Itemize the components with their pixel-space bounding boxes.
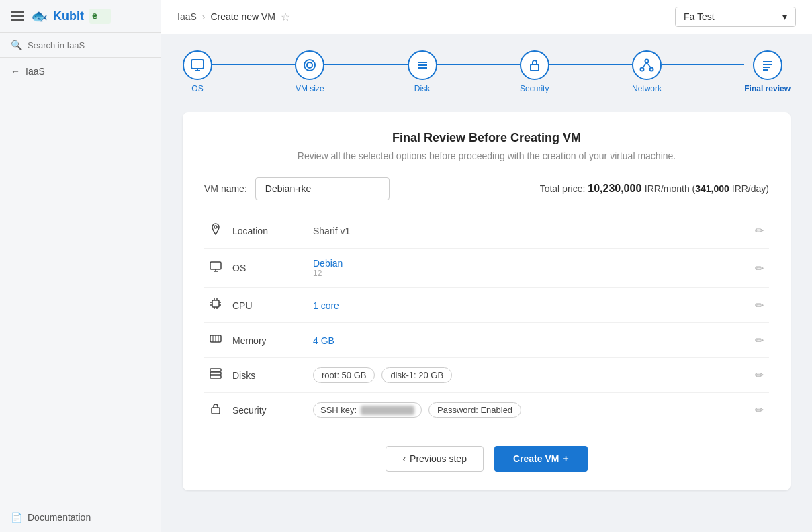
- price-section: Total price: 10,230,000 IRR/month (341,0…: [540, 183, 769, 195]
- security-row-icon: [204, 393, 227, 428]
- price-daily: 341,000: [695, 183, 729, 194]
- content-area: OS VM size Disk: [161, 34, 812, 532]
- svg-rect-39: [210, 375, 221, 378]
- step-os-circle: [183, 50, 212, 80]
- step-vmsize-circle: [295, 50, 324, 80]
- vm-top-row: VM name: Total price: 10,230,000 IRR/mon…: [204, 177, 769, 200]
- prev-step-label: Previous step: [410, 453, 467, 464]
- svg-rect-38: [210, 372, 221, 375]
- sidebar-spacer: [0, 85, 161, 502]
- cpu-label: CPU: [227, 288, 308, 323]
- logo-area: 🐟 Kubit ₴: [31, 8, 111, 24]
- step-security[interactable]: Security: [520, 50, 549, 93]
- table-row: OS Debian 12 ✏: [204, 249, 769, 288]
- table-row: CPU 1 core ✏: [204, 288, 769, 323]
- step-network-circle: [632, 50, 662, 80]
- step-vmsize-label: VM size: [296, 84, 324, 93]
- iaas-back-label: IaaS: [26, 66, 45, 77]
- review-table: Location Sharif v1 ✏ OS Debian 12: [204, 214, 769, 427]
- os-primary: Debian: [313, 258, 343, 269]
- location-value: Sharif v1: [308, 214, 732, 249]
- svg-line-15: [647, 63, 651, 68]
- os-label: OS: [227, 249, 308, 288]
- memory-icon: [204, 323, 227, 358]
- stepper: OS VM size Disk: [183, 50, 791, 93]
- step-disk[interactable]: Disk: [408, 50, 437, 93]
- sidebar: 🐟 Kubit ₴ 🔍 ← IaaS 📄 Documentation: [0, 0, 161, 532]
- cpu-value: 1 core: [308, 288, 732, 323]
- connector-2: [324, 64, 407, 65]
- disks-value: root: 50 GB disk-1: 20 GB: [308, 358, 732, 393]
- price-daily-unit: IRR/day: [732, 183, 766, 194]
- disks-label: Disks: [227, 358, 308, 393]
- breadcrumb-separator: ›: [202, 11, 206, 22]
- cpu-icon: [204, 288, 227, 323]
- search-icon: 🔍: [11, 40, 22, 50]
- step-network[interactable]: Network: [632, 50, 662, 93]
- security-edit-button[interactable]: ✏: [732, 393, 769, 428]
- kubit-logo-bird: 🐟: [31, 8, 48, 24]
- disks-edit-button[interactable]: ✏: [732, 358, 769, 393]
- connector-1: [212, 64, 295, 65]
- memory-value: 4 GB: [308, 323, 732, 358]
- location-edit-button[interactable]: ✏: [732, 214, 769, 249]
- previous-step-button[interactable]: ‹ Previous step: [386, 446, 484, 472]
- hamburger-icon[interactable]: [11, 11, 24, 21]
- favorite-star-icon[interactable]: ☆: [281, 11, 290, 24]
- price-monthly-unit: IRR/month: [645, 183, 690, 194]
- step-network-label: Network: [632, 84, 662, 93]
- connector-4: [549, 64, 632, 65]
- sidebar-header: 🐟 Kubit ₴: [0, 0, 161, 33]
- step-final-review-label: Final review: [744, 84, 791, 93]
- breadcrumb-root[interactable]: IaaS: [177, 11, 197, 22]
- vm-name-section: VM name:: [204, 177, 390, 200]
- memory-primary: 4 GB: [313, 335, 334, 346]
- ssh-key-label: SSH key:: [320, 405, 357, 415]
- memory-label: Memory: [227, 323, 308, 358]
- security-value: SSH key: Password: Enabled: [308, 393, 732, 428]
- create-vm-button[interactable]: Create VM +: [494, 446, 588, 472]
- step-os[interactable]: OS: [183, 50, 212, 93]
- security-label: Security: [227, 393, 308, 428]
- ssh-key-value: [361, 406, 414, 415]
- step-vmsize[interactable]: VM size: [295, 50, 324, 93]
- step-disk-label: Disk: [414, 84, 430, 93]
- password-enabled-badge: Password: Enabled: [428, 402, 521, 418]
- svg-rect-10: [531, 64, 539, 71]
- review-card: Final Review Before Creating VM Review a…: [183, 112, 791, 490]
- location-label: Location: [227, 214, 308, 249]
- documentation-link[interactable]: 📄 Documentation: [0, 502, 161, 532]
- table-row: Location Sharif v1 ✏: [204, 214, 769, 249]
- total-price-label: Total price:: [540, 183, 586, 194]
- action-row: ‹ Previous step Create VM +: [204, 446, 769, 472]
- search-input[interactable]: [28, 40, 150, 50]
- prev-arrow-icon: ‹: [402, 453, 406, 464]
- doc-icon: 📄: [11, 512, 22, 523]
- step-security-circle: [520, 50, 549, 80]
- step-final-review[interactable]: Final review: [744, 50, 791, 93]
- account-selector[interactable]: Fa Test ▾: [675, 7, 796, 27]
- main-area: IaaS › Create new VM ☆ Fa Test ▾ OS: [161, 0, 812, 532]
- svg-point-20: [214, 226, 217, 228]
- vm-name-input[interactable]: [255, 177, 390, 200]
- kubit-logo-text: Kubit: [53, 9, 84, 24]
- topbar: IaaS › Create new VM ☆ Fa Test ▾: [161, 0, 812, 34]
- svg-point-11: [645, 60, 649, 63]
- os-edit-button[interactable]: ✏: [732, 249, 769, 288]
- iaas-back-link[interactable]: ← IaaS: [0, 58, 161, 85]
- svg-rect-24: [212, 300, 219, 307]
- back-arrow-icon: ←: [11, 66, 20, 77]
- chevron-down-icon: ▾: [782, 11, 787, 22]
- svg-rect-40: [212, 408, 220, 414]
- step-os-label: OS: [191, 84, 203, 93]
- svg-text:₴: ₴: [92, 13, 97, 20]
- location-icon: [204, 214, 227, 249]
- cpu-edit-button[interactable]: ✏: [732, 288, 769, 323]
- os-icon: [204, 249, 227, 288]
- svg-point-13: [650, 68, 653, 71]
- account-name: Fa Test: [684, 11, 715, 22]
- connector-3: [437, 64, 520, 65]
- memory-edit-button[interactable]: ✏: [732, 323, 769, 358]
- plus-icon: +: [563, 453, 568, 464]
- disk-tag-root: root: 50 GB: [313, 367, 375, 383]
